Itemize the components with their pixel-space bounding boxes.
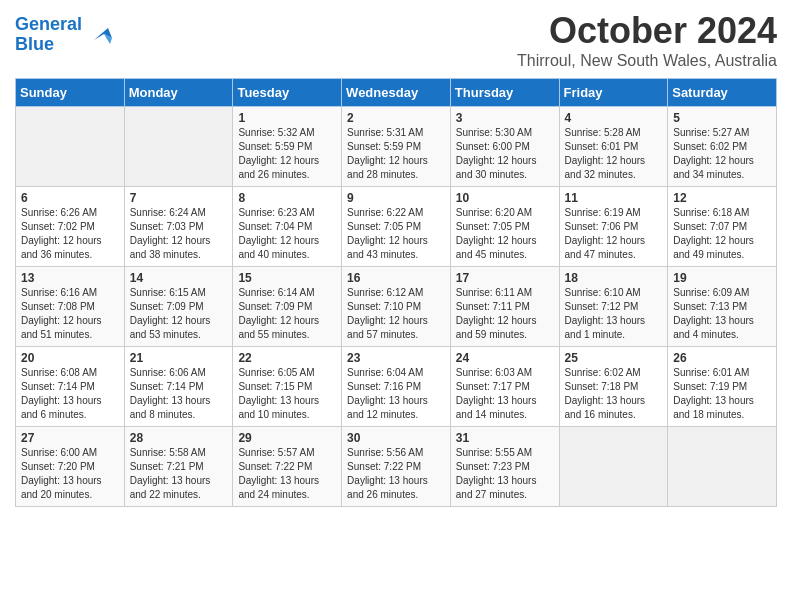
cell-info: Sunrise: 5:31 AM Sunset: 5:59 PM Dayligh… xyxy=(347,126,445,182)
day-number: 9 xyxy=(347,191,445,205)
cell-info: Sunrise: 6:02 AM Sunset: 7:18 PM Dayligh… xyxy=(565,366,663,422)
calendar-cell: 25Sunrise: 6:02 AM Sunset: 7:18 PM Dayli… xyxy=(559,347,668,427)
calendar-cell: 28Sunrise: 5:58 AM Sunset: 7:21 PM Dayli… xyxy=(124,427,233,507)
day-header-wednesday: Wednesday xyxy=(342,79,451,107)
cell-info: Sunrise: 5:55 AM Sunset: 7:23 PM Dayligh… xyxy=(456,446,554,502)
day-number: 4 xyxy=(565,111,663,125)
day-number: 28 xyxy=(130,431,228,445)
calendar-cell: 24Sunrise: 6:03 AM Sunset: 7:17 PM Dayli… xyxy=(450,347,559,427)
cell-info: Sunrise: 5:56 AM Sunset: 7:22 PM Dayligh… xyxy=(347,446,445,502)
day-number: 29 xyxy=(238,431,336,445)
day-number: 12 xyxy=(673,191,771,205)
calendar-cell: 18Sunrise: 6:10 AM Sunset: 7:12 PM Dayli… xyxy=(559,267,668,347)
calendar-week-row: 6Sunrise: 6:26 AM Sunset: 7:02 PM Daylig… xyxy=(16,187,777,267)
cell-info: Sunrise: 6:24 AM Sunset: 7:03 PM Dayligh… xyxy=(130,206,228,262)
location-title: Thirroul, New South Wales, Australia xyxy=(517,52,777,70)
calendar-cell: 7Sunrise: 6:24 AM Sunset: 7:03 PM Daylig… xyxy=(124,187,233,267)
calendar-cell: 19Sunrise: 6:09 AM Sunset: 7:13 PM Dayli… xyxy=(668,267,777,347)
day-header-thursday: Thursday xyxy=(450,79,559,107)
title-area: October 2024 Thirroul, New South Wales, … xyxy=(517,10,777,70)
day-number: 19 xyxy=(673,271,771,285)
day-number: 8 xyxy=(238,191,336,205)
cell-info: Sunrise: 5:58 AM Sunset: 7:21 PM Dayligh… xyxy=(130,446,228,502)
calendar-cell: 6Sunrise: 6:26 AM Sunset: 7:02 PM Daylig… xyxy=(16,187,125,267)
day-number: 5 xyxy=(673,111,771,125)
cell-info: Sunrise: 6:14 AM Sunset: 7:09 PM Dayligh… xyxy=(238,286,336,342)
cell-info: Sunrise: 6:23 AM Sunset: 7:04 PM Dayligh… xyxy=(238,206,336,262)
day-number: 15 xyxy=(238,271,336,285)
cell-info: Sunrise: 6:16 AM Sunset: 7:08 PM Dayligh… xyxy=(21,286,119,342)
day-number: 25 xyxy=(565,351,663,365)
cell-info: Sunrise: 6:06 AM Sunset: 7:14 PM Dayligh… xyxy=(130,366,228,422)
cell-info: Sunrise: 6:19 AM Sunset: 7:06 PM Dayligh… xyxy=(565,206,663,262)
day-number: 18 xyxy=(565,271,663,285)
day-number: 26 xyxy=(673,351,771,365)
cell-info: Sunrise: 6:20 AM Sunset: 7:05 PM Dayligh… xyxy=(456,206,554,262)
cell-info: Sunrise: 5:57 AM Sunset: 7:22 PM Dayligh… xyxy=(238,446,336,502)
cell-info: Sunrise: 6:18 AM Sunset: 7:07 PM Dayligh… xyxy=(673,206,771,262)
calendar-table: SundayMondayTuesdayWednesdayThursdayFrid… xyxy=(15,78,777,507)
day-number: 23 xyxy=(347,351,445,365)
cell-info: Sunrise: 6:10 AM Sunset: 7:12 PM Dayligh… xyxy=(565,286,663,342)
logo-blue: Blue xyxy=(15,34,54,54)
cell-info: Sunrise: 5:28 AM Sunset: 6:01 PM Dayligh… xyxy=(565,126,663,182)
calendar-cell: 22Sunrise: 6:05 AM Sunset: 7:15 PM Dayli… xyxy=(233,347,342,427)
day-number: 30 xyxy=(347,431,445,445)
header: General Blue October 2024 Thirroul, New … xyxy=(15,10,777,70)
cell-info: Sunrise: 6:09 AM Sunset: 7:13 PM Dayligh… xyxy=(673,286,771,342)
day-header-monday: Monday xyxy=(124,79,233,107)
calendar-cell: 10Sunrise: 6:20 AM Sunset: 7:05 PM Dayli… xyxy=(450,187,559,267)
cell-info: Sunrise: 6:22 AM Sunset: 7:05 PM Dayligh… xyxy=(347,206,445,262)
day-number: 13 xyxy=(21,271,119,285)
cell-info: Sunrise: 6:26 AM Sunset: 7:02 PM Dayligh… xyxy=(21,206,119,262)
calendar-cell: 3Sunrise: 5:30 AM Sunset: 6:00 PM Daylig… xyxy=(450,107,559,187)
day-number: 2 xyxy=(347,111,445,125)
calendar-cell: 2Sunrise: 5:31 AM Sunset: 5:59 PM Daylig… xyxy=(342,107,451,187)
day-header-friday: Friday xyxy=(559,79,668,107)
calendar-cell: 30Sunrise: 5:56 AM Sunset: 7:22 PM Dayli… xyxy=(342,427,451,507)
calendar-cell xyxy=(559,427,668,507)
calendar-cell: 8Sunrise: 6:23 AM Sunset: 7:04 PM Daylig… xyxy=(233,187,342,267)
cell-info: Sunrise: 5:30 AM Sunset: 6:00 PM Dayligh… xyxy=(456,126,554,182)
calendar-cell: 31Sunrise: 5:55 AM Sunset: 7:23 PM Dayli… xyxy=(450,427,559,507)
logo: General Blue xyxy=(15,15,116,55)
day-number: 6 xyxy=(21,191,119,205)
calendar-week-row: 13Sunrise: 6:16 AM Sunset: 7:08 PM Dayli… xyxy=(16,267,777,347)
cell-info: Sunrise: 6:15 AM Sunset: 7:09 PM Dayligh… xyxy=(130,286,228,342)
day-number: 16 xyxy=(347,271,445,285)
calendar-cell: 17Sunrise: 6:11 AM Sunset: 7:11 PM Dayli… xyxy=(450,267,559,347)
calendar-cell: 4Sunrise: 5:28 AM Sunset: 6:01 PM Daylig… xyxy=(559,107,668,187)
calendar-cell: 20Sunrise: 6:08 AM Sunset: 7:14 PM Dayli… xyxy=(16,347,125,427)
day-header-sunday: Sunday xyxy=(16,79,125,107)
day-header-saturday: Saturday xyxy=(668,79,777,107)
calendar-cell xyxy=(668,427,777,507)
cell-info: Sunrise: 6:05 AM Sunset: 7:15 PM Dayligh… xyxy=(238,366,336,422)
cell-info: Sunrise: 6:00 AM Sunset: 7:20 PM Dayligh… xyxy=(21,446,119,502)
day-header-tuesday: Tuesday xyxy=(233,79,342,107)
cell-info: Sunrise: 5:27 AM Sunset: 6:02 PM Dayligh… xyxy=(673,126,771,182)
days-header-row: SundayMondayTuesdayWednesdayThursdayFrid… xyxy=(16,79,777,107)
calendar-cell: 14Sunrise: 6:15 AM Sunset: 7:09 PM Dayli… xyxy=(124,267,233,347)
day-number: 1 xyxy=(238,111,336,125)
calendar-cell: 27Sunrise: 6:00 AM Sunset: 7:20 PM Dayli… xyxy=(16,427,125,507)
day-number: 20 xyxy=(21,351,119,365)
calendar-cell xyxy=(16,107,125,187)
day-number: 14 xyxy=(130,271,228,285)
calendar-cell: 16Sunrise: 6:12 AM Sunset: 7:10 PM Dayli… xyxy=(342,267,451,347)
calendar-cell: 9Sunrise: 6:22 AM Sunset: 7:05 PM Daylig… xyxy=(342,187,451,267)
calendar-cell: 21Sunrise: 6:06 AM Sunset: 7:14 PM Dayli… xyxy=(124,347,233,427)
day-number: 21 xyxy=(130,351,228,365)
calendar-cell xyxy=(124,107,233,187)
cell-info: Sunrise: 6:08 AM Sunset: 7:14 PM Dayligh… xyxy=(21,366,119,422)
day-number: 3 xyxy=(456,111,554,125)
calendar-cell: 11Sunrise: 6:19 AM Sunset: 7:06 PM Dayli… xyxy=(559,187,668,267)
cell-info: Sunrise: 6:03 AM Sunset: 7:17 PM Dayligh… xyxy=(456,366,554,422)
calendar-cell: 23Sunrise: 6:04 AM Sunset: 7:16 PM Dayli… xyxy=(342,347,451,427)
cell-info: Sunrise: 5:32 AM Sunset: 5:59 PM Dayligh… xyxy=(238,126,336,182)
day-number: 10 xyxy=(456,191,554,205)
calendar-week-row: 27Sunrise: 6:00 AM Sunset: 7:20 PM Dayli… xyxy=(16,427,777,507)
day-number: 22 xyxy=(238,351,336,365)
calendar-cell: 15Sunrise: 6:14 AM Sunset: 7:09 PM Dayli… xyxy=(233,267,342,347)
cell-info: Sunrise: 6:01 AM Sunset: 7:19 PM Dayligh… xyxy=(673,366,771,422)
calendar-cell: 1Sunrise: 5:32 AM Sunset: 5:59 PM Daylig… xyxy=(233,107,342,187)
